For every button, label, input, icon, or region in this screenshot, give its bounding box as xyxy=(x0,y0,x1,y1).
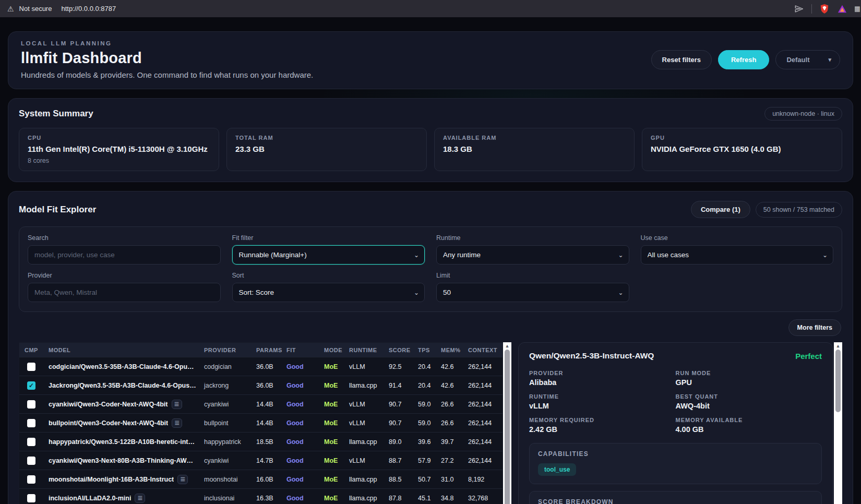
model-name-cell[interactable]: bullpoint/Qwen3-Coder-Next-AWQ-4bit☰ xyxy=(43,418,199,428)
mem-cell: 26.6 xyxy=(436,419,463,427)
fit-filter-select[interactable]: Runnable (Marginal+) xyxy=(232,245,425,265)
model-name-cell[interactable]: moonshotai/Moonlight-16B-A3B-Instruct☰ xyxy=(43,475,199,484)
runtime-cell: vLLM xyxy=(344,457,384,464)
fit-filter-label: Fit filter xyxy=(232,234,425,242)
table-row[interactable]: cyankiwi/Qwen3-Next-80B-A3B-Thinking-AW…… xyxy=(19,451,503,470)
score-cell: 90.7 xyxy=(384,401,413,408)
profile-select[interactable]: Default ▾ xyxy=(775,50,840,69)
context-cell: 262,144 xyxy=(463,457,503,464)
mode-cell: MoE xyxy=(319,382,344,389)
table-row[interactable]: bullpoint/Qwen3-Coder-Next-AWQ-4bit☰bull… xyxy=(19,413,503,432)
tps-cell: 39.6 xyxy=(413,438,436,446)
model-note-icon[interactable]: ☰ xyxy=(172,400,182,409)
table-scrollbar[interactable]: ▲ xyxy=(503,342,511,504)
provider-cell: bullpoint xyxy=(199,419,251,427)
compare-checkbox[interactable] xyxy=(27,494,35,502)
model-name-cell[interactable]: codgician/Qwen3.5-35B-A3B-Claude-4.6-Opu… xyxy=(43,363,199,370)
detail-scrollbar-thumb[interactable] xyxy=(835,350,841,412)
stat-card-total-ram: TOTAL RAM 23.3 GB xyxy=(226,128,427,171)
detail-meta-runtime: RUNTIME vLLM xyxy=(529,393,676,410)
column-header[interactable]: MODE xyxy=(319,347,344,353)
limit-label: Limit xyxy=(436,272,629,279)
model-name-cell[interactable]: cyankiwi/Qwen3-Next-80B-A3B-Thinking-AW… xyxy=(43,457,199,464)
score-cell: 87.8 xyxy=(384,495,413,502)
fit-cell: Good xyxy=(281,363,319,370)
runtime-filter-group: Runtime Any runtime ⌄ xyxy=(436,234,629,265)
column-header[interactable]: TPS xyxy=(413,347,436,353)
table-scrollbar-thumb[interactable] xyxy=(505,350,510,504)
column-header[interactable]: MODEL xyxy=(43,347,199,353)
reset-filters-button[interactable]: Reset filters xyxy=(651,50,712,69)
sort-select[interactable]: Sort: Score xyxy=(232,283,425,302)
provider-cell: cyankiwi xyxy=(199,401,251,408)
runtime-cell: llama.cpp xyxy=(344,438,384,446)
use-case-select[interactable]: All use cases xyxy=(641,245,834,265)
table-row[interactable]: moonshotai/Moonlight-16B-A3B-Instruct☰mo… xyxy=(19,470,503,488)
runtime-cell: vLLM xyxy=(344,401,384,408)
compare-checkbox[interactable] xyxy=(27,363,35,371)
stat-label: CPU xyxy=(28,135,210,141)
params-cell: 16.3B xyxy=(251,495,281,502)
column-header[interactable]: PROVIDER xyxy=(199,347,251,353)
fit-filter-group: Fit filter Runnable (Marginal+) ⌄ xyxy=(232,234,425,265)
compare-button[interactable]: Compare (1) xyxy=(691,201,750,218)
capabilities-card: CAPABILITIES tool_use xyxy=(529,443,822,484)
column-header[interactable]: PARAMS xyxy=(251,347,281,353)
use-case-filter-group: Use case All use cases ⌄ xyxy=(641,234,834,265)
provider-input[interactable] xyxy=(28,283,221,302)
share-icon[interactable] xyxy=(794,4,804,14)
column-header[interactable]: SCORE xyxy=(384,347,413,353)
compare-checkbox[interactable] xyxy=(27,475,35,484)
column-header[interactable]: RUNTIME xyxy=(344,347,384,353)
brave-rewards-icon[interactable] xyxy=(837,4,847,14)
search-input[interactable] xyxy=(28,245,221,265)
brave-shield-icon[interactable] xyxy=(819,4,830,14)
table-row[interactable]: cyankiwi/Qwen3-Coder-Next-AWQ-4bit☰cyank… xyxy=(19,394,503,413)
model-note-icon[interactable]: ☰ xyxy=(135,494,145,503)
detail-meta-memory-available: MEMORY AVAILABLE 4.00 GB xyxy=(676,417,822,434)
extensions-icon[interactable]: ▦ xyxy=(855,4,860,14)
column-header[interactable]: FIT xyxy=(281,347,319,353)
url-text[interactable]: http://0.0.0.0:8787 xyxy=(61,5,116,13)
context-cell: 262,144 xyxy=(463,382,503,389)
score-cell: 91.4 xyxy=(384,382,413,389)
table-row[interactable]: inclusionAI/LLaDA2.0-mini☰inclusionai16.… xyxy=(19,488,503,504)
detail-meta-provider: PROVIDER Alibaba xyxy=(529,370,676,387)
column-header[interactable]: CONTEXT xyxy=(463,347,503,353)
scroll-up-icon[interactable]: ▲ xyxy=(836,342,841,350)
model-note-icon[interactable]: ☰ xyxy=(177,475,188,484)
model-note-icon[interactable]: ☰ xyxy=(172,418,182,428)
stat-value: 23.3 GB xyxy=(235,145,418,153)
table-row[interactable]: codgician/Qwen3.5-35B-A3B-Claude-4.6-Opu… xyxy=(19,357,503,376)
compare-checkbox[interactable] xyxy=(27,438,35,446)
params-cell: 14.4B xyxy=(251,419,281,427)
table-row[interactable]: Jackrong/Qwen3.5-35B-A3B-Claude-4.6-Opus… xyxy=(19,376,503,394)
model-name-cell[interactable]: cyankiwi/Qwen3-Coder-Next-AWQ-4bit☰ xyxy=(43,400,199,409)
detail-meta-run-mode: RUN MODE GPU xyxy=(676,370,822,387)
mem-cell: 39.7 xyxy=(436,438,463,446)
limit-select[interactable]: 50 xyxy=(436,283,629,302)
runtime-cell: vLLM xyxy=(344,363,384,370)
scroll-up-icon[interactable]: ▲ xyxy=(505,342,510,350)
browser-address-bar[interactable]: ⚠ Not secure http://0.0.0.0:8787 ▦ xyxy=(0,0,861,17)
column-header[interactable]: CMP xyxy=(19,347,43,353)
system-summary-section: System Summary unknown-node · linux CPU … xyxy=(8,98,853,182)
compare-checkbox[interactable] xyxy=(27,419,35,427)
table-row[interactable]: happypatrick/Qwen3.5-122B-A10B-heretic-i… xyxy=(19,432,503,451)
model-name-cell[interactable]: happypatrick/Qwen3.5-122B-A10B-heretic-i… xyxy=(43,438,199,446)
model-name-cell[interactable]: inclusionAI/LLaDA2.0-mini☰ xyxy=(43,494,199,503)
compare-checkbox[interactable] xyxy=(27,400,35,409)
compare-checkbox[interactable] xyxy=(27,457,35,465)
more-filters-button[interactable]: More filters xyxy=(788,319,841,336)
refresh-button[interactable]: Refresh xyxy=(718,50,769,69)
compare-checkbox[interactable] xyxy=(27,381,35,390)
column-header[interactable]: MEM% xyxy=(436,347,463,353)
runtime-select[interactable]: Any runtime xyxy=(436,245,629,265)
detail-scrollbar[interactable]: ▲ xyxy=(834,342,842,504)
model-name-cell[interactable]: Jackrong/Qwen3.5-35B-A3B-Claude-4.6-Opus… xyxy=(43,382,199,389)
stat-card-available-ram: AVAILABLE RAM 18.3 GB xyxy=(434,128,635,171)
mem-cell: 42.6 xyxy=(436,382,463,389)
model-detail-panel: Qwen/Qwen2.5-3B-Instruct-AWQ Perfect PRO… xyxy=(518,342,833,504)
system-summary-title: System Summary xyxy=(19,109,93,119)
shown-matched-badge: 50 shown / 753 matched xyxy=(756,202,842,218)
